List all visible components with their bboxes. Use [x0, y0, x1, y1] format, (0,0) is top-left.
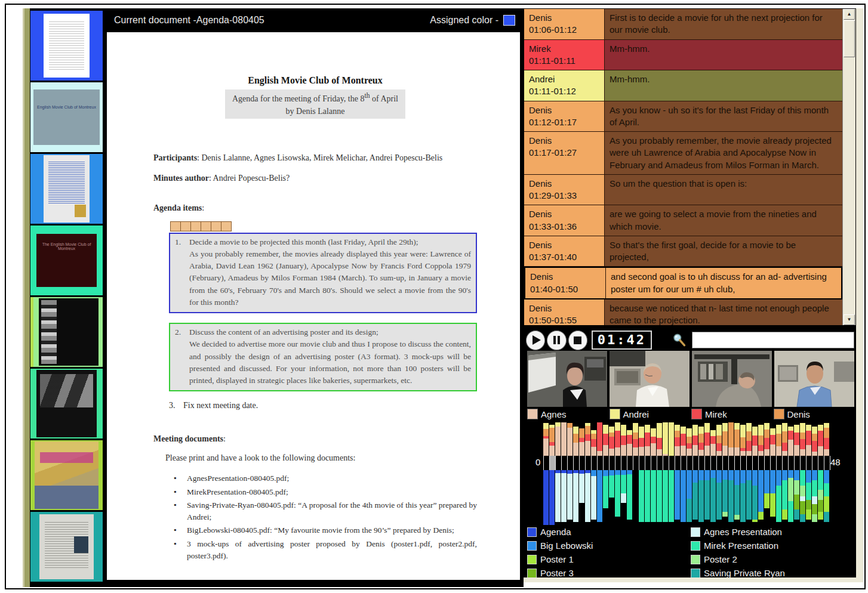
- transcript-row[interactable]: Denis01:17-01:27As you probably remember…: [524, 132, 842, 175]
- timeline-bar[interactable]: [675, 470, 680, 520]
- timeline-bar[interactable]: [585, 423, 590, 456]
- utterance-link-square[interactable]: [211, 221, 221, 231]
- timeline-bar[interactable]: [591, 430, 596, 456]
- timeline-bar[interactable]: [722, 423, 728, 456]
- transcript-row[interactable]: Denis01:06-01:12First is to decide a mov…: [524, 9, 842, 40]
- timeline-bar[interactable]: [776, 425, 781, 456]
- timeline-bar[interactable]: [764, 423, 769, 456]
- timeline-bar[interactable]: [657, 470, 662, 522]
- timeline-bar[interactable]: [657, 423, 662, 456]
- timeline-bar[interactable]: [800, 470, 805, 522]
- timeline-bar[interactable]: [746, 470, 752, 520]
- timeline-bar[interactable]: [716, 425, 722, 456]
- transcript-row[interactable]: Denis01:33-01:36are we going to select a…: [524, 205, 842, 236]
- timeline-bar[interactable]: [818, 425, 823, 456]
- thumbnail-agenda[interactable]: [30, 11, 103, 81]
- timeline-bar[interactable]: [555, 470, 561, 522]
- timeline-bar[interactable]: [627, 430, 632, 456]
- thumbnail-poster-1[interactable]: [30, 440, 103, 510]
- timeline-bar[interactable]: [615, 470, 620, 517]
- timeline-bar[interactable]: [669, 422, 674, 456]
- timeline-bar[interactable]: [591, 470, 596, 520]
- timeline-bar[interactable]: [597, 470, 602, 522]
- transcript-row-highlighted[interactable]: Denis01:40-01:50and second goal is to uh…: [524, 267, 842, 299]
- thumbnail-agnes-presentation[interactable]: English Movie Club of Montreux: [30, 82, 103, 152]
- agenda-item-1-box[interactable]: 1. Decide a movie to be projected this m…: [169, 233, 477, 314]
- timeline-bar[interactable]: [740, 425, 746, 456]
- thumbnail-saving-private-ryan[interactable]: [30, 512, 103, 582]
- timeline-bar[interactable]: [752, 427, 758, 456]
- timeline-bar[interactable]: [770, 470, 775, 517]
- play-button[interactable]: [526, 331, 545, 350]
- utterance-link-square[interactable]: [221, 221, 232, 231]
- timeline-bar[interactable]: [698, 470, 704, 522]
- timeline-bar[interactable]: [788, 427, 793, 456]
- timeline-bar[interactable]: [758, 470, 764, 520]
- timeline-bar[interactable]: [597, 422, 602, 456]
- timeline-bar[interactable]: [639, 470, 644, 522]
- timeline-bar[interactable]: [782, 470, 787, 520]
- timeline-bar[interactable]: [639, 427, 644, 456]
- search-input[interactable]: [692, 332, 854, 348]
- timeline-bar[interactable]: [603, 425, 608, 456]
- timeline-bar[interactable]: [698, 427, 704, 456]
- timeline-bar[interactable]: [555, 422, 561, 456]
- timeline-bar[interactable]: [824, 470, 829, 522]
- utterance-link-square[interactable]: [201, 221, 211, 231]
- timeline-bar[interactable]: [567, 470, 572, 520]
- transcript-row[interactable]: Denis01:29-01:33So um the question that …: [524, 175, 842, 206]
- transcript-row[interactable]: Mirek01:11-01:11Mm-hmm.: [524, 40, 842, 71]
- timeline-bar[interactable]: [776, 470, 781, 522]
- timeline-bar[interactable]: [794, 470, 799, 520]
- video-feed-denis[interactable]: [774, 351, 854, 407]
- transcript-scrollbar[interactable]: ▲ ▼: [842, 9, 855, 325]
- timeline-bar[interactable]: [681, 427, 686, 456]
- timeline-bar[interactable]: [806, 425, 811, 456]
- timeline-bar[interactable]: [734, 470, 740, 520]
- timeline-bar[interactable]: [752, 470, 758, 522]
- transcript-row[interactable]: Denis01:37-01:40So that's the first goal…: [524, 236, 842, 267]
- pause-button[interactable]: [547, 331, 566, 350]
- timeline-bar[interactable]: [561, 470, 567, 522]
- thumbnail-mirek-presentation[interactable]: The English Movie Club of Montreux: [30, 226, 103, 295]
- document-activity-chart[interactable]: [543, 470, 830, 525]
- timeline-bar[interactable]: [645, 470, 650, 522]
- timeline-bar[interactable]: [633, 423, 638, 456]
- timeline-bar[interactable]: [818, 470, 823, 520]
- timeline-bar[interactable]: [704, 470, 710, 520]
- timeline-bar[interactable]: [621, 470, 626, 503]
- scrollbar-thumb[interactable]: [844, 20, 855, 57]
- timeline-bar[interactable]: [585, 470, 590, 522]
- video-feed-mirek[interactable]: [692, 351, 772, 407]
- timeline-bar[interactable]: [710, 470, 716, 522]
- scrollbar-up-button[interactable]: ▲: [844, 9, 855, 20]
- timeline-bar[interactable]: [740, 470, 746, 522]
- utterance-link-square[interactable]: [170, 221, 181, 231]
- timeline-bar[interactable]: [800, 423, 805, 456]
- timeline-bar[interactable]: [794, 425, 799, 456]
- timeline-bar[interactable]: [579, 470, 584, 503]
- timeline-bar[interactable]: [573, 427, 578, 456]
- timeline-bar[interactable]: [824, 423, 829, 456]
- timeline-ruler[interactable]: [543, 456, 830, 470]
- timeline-bar[interactable]: [543, 423, 549, 456]
- timeline-bar[interactable]: [734, 423, 740, 456]
- timeline-bar[interactable]: [758, 425, 764, 456]
- timeline-bar[interactable]: [651, 428, 656, 456]
- thumbnail-poster-2[interactable]: [30, 297, 103, 367]
- timeline-bar[interactable]: [770, 428, 775, 456]
- timeline-bar[interactable]: [549, 470, 555, 525]
- timeline-bar[interactable]: [549, 425, 555, 456]
- playback-position-marker[interactable]: [550, 456, 555, 470]
- video-feed-andrei[interactable]: [610, 351, 690, 407]
- agenda-item-2-box[interactable]: 2. Discuss the content of an advertising…: [169, 323, 477, 391]
- transcript-row[interactable]: Denis01:12-01:17As you know - uh so it's…: [524, 101, 842, 132]
- timeline-bar[interactable]: [669, 470, 674, 522]
- transcript-row[interactable]: Andrei01:11-01:12Mm-hmm.: [524, 70, 842, 101]
- timeline-bar[interactable]: [788, 470, 793, 522]
- timeline-bar[interactable]: [681, 470, 686, 522]
- stop-button[interactable]: [568, 331, 587, 350]
- timeline-bar[interactable]: [663, 422, 668, 456]
- timeline-bar[interactable]: [710, 430, 716, 456]
- timeline-bar[interactable]: [812, 470, 817, 522]
